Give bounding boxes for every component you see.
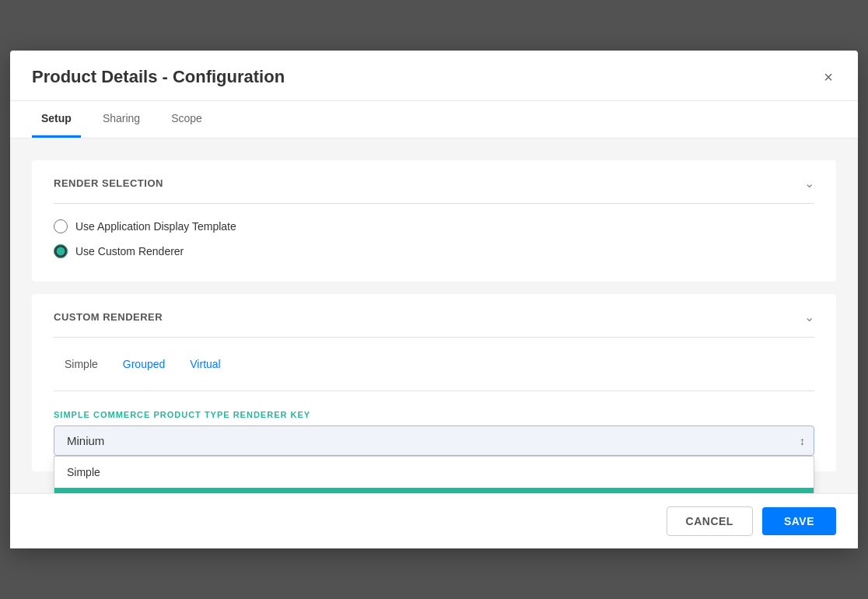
modal-dialog: Product Details - Configuration × Setup …: [10, 51, 858, 548]
custom-renderer-section: CUSTOM RENDERER ⌄ Simple Grouped Virtual…: [32, 294, 836, 471]
custom-renderer-chevron-icon: ⌄: [804, 310, 814, 324]
dropdown-option-minium[interactable]: Minium: [54, 488, 814, 493]
render-selection-header[interactable]: RENDER SELECTION ⌄: [54, 176, 814, 204]
renderer-key-select-wrapper: Simple Minium ↕ Simple Minium: [54, 426, 814, 456]
dropdown-option-simple[interactable]: Simple: [54, 457, 814, 488]
render-selection-title: RENDER SELECTION: [54, 177, 163, 189]
tabs-bar: Setup Sharing Scope: [10, 101, 858, 138]
sub-tab-virtual[interactable]: Virtual: [179, 353, 231, 375]
renderer-key-select[interactable]: Simple Minium: [54, 426, 814, 456]
sub-tabs-bar: Simple Grouped Virtual: [54, 353, 814, 391]
renderer-key-label: SIMPLE COMMERCE PRODUCT TYPE RENDERER KE…: [54, 410, 814, 419]
custom-renderer-header[interactable]: CUSTOM RENDERER ⌄: [54, 310, 814, 338]
radio-custom-renderer[interactable]: Use Custom Renderer: [54, 244, 814, 258]
tab-sharing[interactable]: Sharing: [93, 101, 149, 138]
render-selection-chevron-icon: ⌄: [804, 176, 814, 191]
custom-renderer-title: CUSTOM RENDERER: [54, 311, 163, 323]
modal-body: RENDER SELECTION ⌄ Use Application Displ…: [10, 138, 858, 493]
renderer-key-field: SIMPLE COMMERCE PRODUCT TYPE RENDERER KE…: [54, 410, 814, 456]
modal-footer: CANCEL SAVE: [10, 493, 858, 548]
dropdown-options-list: Simple Minium: [54, 456, 814, 493]
close-button[interactable]: ×: [821, 66, 836, 88]
modal-title: Product Details - Configuration: [32, 67, 285, 87]
render-selection-content: Use Application Display Template Use Cus…: [54, 204, 814, 266]
radio-app-display-template-input[interactable]: [54, 219, 68, 233]
render-selection-radio-group: Use Application Display Template Use Cus…: [54, 219, 814, 266]
render-selection-section: RENDER SELECTION ⌄ Use Application Displ…: [32, 160, 836, 282]
tab-scope[interactable]: Scope: [162, 101, 212, 138]
modal-header: Product Details - Configuration ×: [10, 51, 858, 101]
tab-setup[interactable]: Setup: [32, 101, 81, 138]
save-button[interactable]: SAVE: [762, 507, 836, 535]
radio-custom-renderer-input[interactable]: [54, 244, 68, 258]
sub-tab-grouped[interactable]: Grouped: [112, 353, 176, 375]
radio-custom-renderer-label: Use Custom Renderer: [75, 245, 184, 257]
sub-tab-simple[interactable]: Simple: [54, 353, 109, 375]
cancel-button[interactable]: CANCEL: [667, 506, 753, 536]
radio-app-display-template[interactable]: Use Application Display Template: [54, 219, 814, 233]
radio-app-display-template-label: Use Application Display Template: [75, 220, 236, 233]
modal-overlay: Product Details - Configuration × Setup …: [0, 0, 868, 599]
custom-renderer-content: Simple Grouped Virtual SIMPLE COMMERCE P…: [54, 338, 814, 456]
